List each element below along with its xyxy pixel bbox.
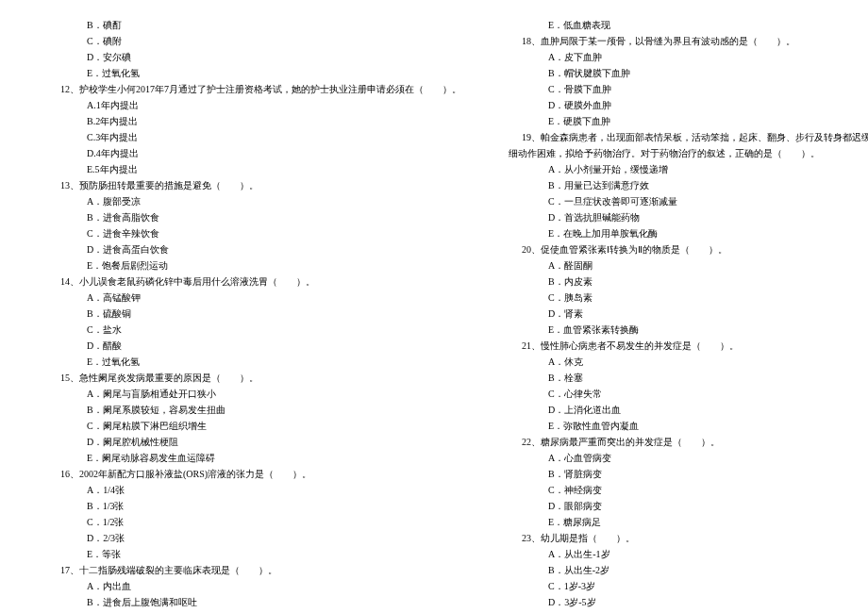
q12-opt-d: D.4年内提出 xyxy=(47,145,461,161)
q19-opt-e: E．在晚上加用单胺氧化酶 xyxy=(509,225,868,241)
q13-opt-a: A．腹部受凉 xyxy=(47,193,461,209)
q14-opt-e: E．过氧化氢 xyxy=(47,354,461,370)
q18-opt-a: A．皮下血肿 xyxy=(509,49,868,65)
q11-opt-c: C．碘附 xyxy=(47,33,461,49)
q13-opt-e: E．饱餐后剧烈运动 xyxy=(47,257,461,273)
q12-opt-b: B.2年内提出 xyxy=(47,113,461,129)
q11-opt-e: E．过氧化氢 xyxy=(47,65,461,81)
q19-opt-c: C．一旦症状改善即可逐渐减量 xyxy=(509,193,868,209)
q15-opt-e: E．阑尾动脉容易发生血运障碍 xyxy=(47,450,461,466)
q19-opt-a: A．从小剂量开始，缓慢递增 xyxy=(509,161,868,177)
page-content: B．碘酊 C．碘附 D．安尔碘 E．过氧化氢 12、护校学生小何2017年7月通… xyxy=(47,17,821,613)
q18-opt-e: E．硬膜下血肿 xyxy=(509,113,868,129)
q22-text: 22、糖尿病最严重而突出的并发症是（ ）。 xyxy=(509,434,868,450)
q16-opt-d: D．2/3张 xyxy=(47,530,461,546)
q21-opt-e: E．弥散性血管内凝血 xyxy=(509,418,868,434)
q22-opt-c: C．神经病变 xyxy=(509,482,868,498)
q17-opt-a: A．内出血 xyxy=(47,578,461,594)
q20-opt-e: E．血管紧张素转换酶 xyxy=(509,322,868,338)
q21-opt-a: A．休克 xyxy=(509,354,868,370)
q22-opt-a: A．心血管病变 xyxy=(509,450,868,466)
q16-opt-a: A．1/4张 xyxy=(47,482,461,498)
q14-opt-a: A．高锰酸钾 xyxy=(47,290,461,306)
q13-text: 13、预防肠扭转最重要的措施是避免（ ）。 xyxy=(47,177,461,193)
q21-opt-b: B．栓塞 xyxy=(509,370,868,386)
q11-opt-d: D．安尔碘 xyxy=(47,49,461,65)
q13-opt-b: B．进食高脂饮食 xyxy=(47,209,461,225)
q21-opt-c: C．心律失常 xyxy=(509,386,868,402)
q19-opt-d: D．首选抗胆碱能药物 xyxy=(509,209,868,225)
q23-opt-d: D．3岁-5岁 xyxy=(509,594,868,610)
q12-opt-a: A.1年内提出 xyxy=(47,97,461,113)
q18-text: 18、血肿局限于某一颅骨，以骨缝为界且有波动感的是（ ）。 xyxy=(509,33,868,49)
q19-text-a: 19、帕金森病患者，出现面部表情呆板，活动笨拙，起床、翻身、步行及转身都迟缓，手… xyxy=(509,129,868,145)
q12-text: 12、护校学生小何2017年7月通过了护士注册资格考试，她的护士执业注册申请必须… xyxy=(47,81,461,97)
right-column: E．低血糖表现 18、血肿局限于某一颅骨，以骨缝为界且有波动感的是（ ）。 A．… xyxy=(509,17,868,613)
q20-opt-b: B．内皮素 xyxy=(509,273,868,290)
q18-opt-d: D．硬膜外血肿 xyxy=(509,97,868,113)
q14-opt-d: D．醋酸 xyxy=(47,338,461,354)
q18-opt-b: B．帽状腱膜下血肿 xyxy=(509,65,868,81)
q20-text: 20、促使血管紧张素Ⅰ转换为Ⅱ的物质是（ ）。 xyxy=(509,241,868,257)
q16-opt-b: B．1/3张 xyxy=(47,498,461,514)
q22-opt-d: D．眼部病变 xyxy=(509,498,868,514)
q15-opt-d: D．阑尾腔机械性梗阻 xyxy=(47,434,461,450)
q15-text: 15、急性阑尾炎发病最重要的原因是（ ）。 xyxy=(47,370,461,386)
q16-opt-e: E．等张 xyxy=(47,546,461,562)
q18-opt-c: C．骨膜下血肿 xyxy=(509,81,868,97)
q19-opt-b: B．用量已达到满意疗效 xyxy=(509,177,868,193)
q14-text: 14、小儿误食老鼠药磷化锌中毒后用什么溶液洗胃（ ）。 xyxy=(47,273,461,290)
q13-opt-c: C．进食辛辣饮食 xyxy=(47,225,461,241)
q22-opt-e: E．糖尿病足 xyxy=(509,514,868,530)
q23-opt-b: B．从出生-2岁 xyxy=(509,562,868,578)
q11-opt-b: B．碘酊 xyxy=(47,17,461,33)
q19-text-b: 细动作困难，拟给予药物治疗。对于药物治疗的叙述，正确的是（ ）。 xyxy=(509,145,868,161)
q17-text: 17、十二指肠残端破裂的主要临床表现是（ ）。 xyxy=(47,562,461,578)
q22-opt-b: B．肾脏病变 xyxy=(509,466,868,482)
q21-opt-d: D．上消化道出血 xyxy=(509,402,868,418)
q16-text: 16、2002年新配方口服补液盐(ORS)溶液的张力是（ ）。 xyxy=(47,466,461,482)
q23-text: 23、幼儿期是指（ ）。 xyxy=(509,530,868,546)
q23-opt-a: A．从出生-1岁 xyxy=(509,546,868,562)
q21-text: 21、慢性肺心病患者不易发生的并发症是（ ）。 xyxy=(509,338,868,354)
q15-opt-c: C．阑尾粘膜下淋巴组织增生 xyxy=(47,418,461,434)
q20-opt-c: C．胰岛素 xyxy=(509,290,868,306)
q17-opt-b: B．进食后上腹饱满和呕吐 xyxy=(47,594,461,610)
q12-opt-c: C.3年内提出 xyxy=(47,129,461,145)
q20-opt-d: D．肾素 xyxy=(509,306,868,322)
q16-opt-c: C．1/2张 xyxy=(47,514,461,530)
q15-opt-b: B．阑尾系膜较短，容易发生扭曲 xyxy=(47,402,461,418)
q12-opt-e: E.5年内提出 xyxy=(47,161,461,177)
left-column: B．碘酊 C．碘附 D．安尔碘 E．过氧化氢 12、护校学生小何2017年7月通… xyxy=(47,17,461,613)
q15-opt-a: A．阑尾与盲肠相通处开口狭小 xyxy=(47,386,461,402)
q14-opt-b: B．硫酸铜 xyxy=(47,306,461,322)
q14-opt-c: C．盐水 xyxy=(47,322,461,338)
q23-opt-c: C．1岁-3岁 xyxy=(509,578,868,594)
q13-opt-d: D．进食高蛋白饮食 xyxy=(47,241,461,257)
q20-opt-a: A．醛固酮 xyxy=(509,257,868,273)
q17-opt-e: E．低血糖表现 xyxy=(509,17,868,33)
